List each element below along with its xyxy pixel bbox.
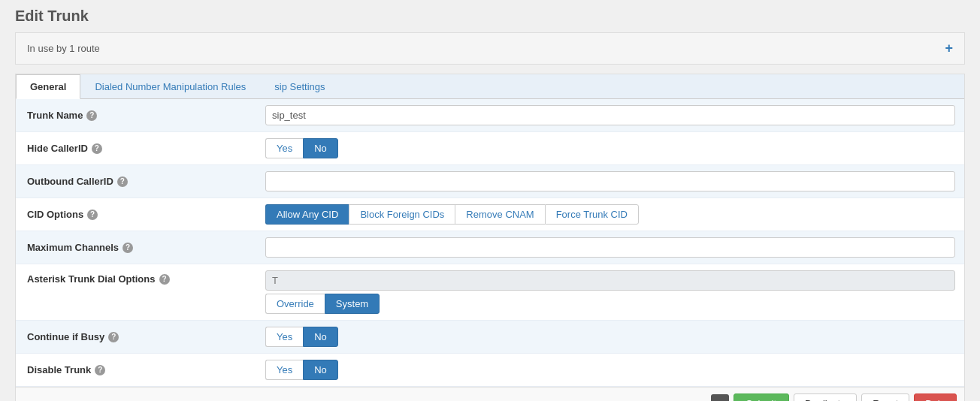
dial-options-input[interactable] — [265, 270, 955, 291]
hide-callerid-control: Yes No — [256, 132, 964, 164]
remove-cnam-button[interactable]: Remove CNAM — [455, 204, 544, 225]
disable-trunk-control: Yes No — [256, 354, 964, 386]
disable-trunk-label: Disable Trunk ? — [16, 357, 256, 383]
disable-trunk-yes-no: Yes No — [265, 360, 338, 380]
disable-trunk-row: Disable Trunk ? Yes No — [16, 354, 964, 387]
maximum-channels-row: Maximum Channels ? — [16, 231, 964, 264]
continue-if-busy-no-button[interactable]: No — [303, 327, 338, 347]
outbound-callerid-row: Outbound CallerID ? — [16, 165, 964, 198]
hide-callerid-row: Hide CallerID ? Yes No — [16, 132, 964, 165]
form-body: Trunk Name ? Hide CallerID ? Yes No — [16, 99, 964, 387]
disable-trunk-no-button[interactable]: No — [303, 360, 338, 380]
continue-if-busy-label: Continue if Busy ? — [16, 324, 256, 350]
tab-sip[interactable]: sip Settings — [260, 74, 339, 99]
tab-bar: General Dialed Number Manipulation Rules… — [16, 74, 964, 99]
expand-icon[interactable]: + — [945, 41, 953, 56]
disable-trunk-help-icon[interactable]: ? — [95, 365, 105, 375]
outbound-callerid-help-icon[interactable]: ? — [117, 176, 128, 187]
duplicate-button[interactable]: Duplicate — [794, 393, 857, 401]
hide-callerid-yes-no: Yes No — [265, 138, 338, 158]
system-button[interactable]: System — [325, 294, 380, 314]
continue-if-busy-control: Yes No — [256, 321, 964, 353]
tab-general[interactable]: General — [16, 74, 80, 99]
tab-dialed[interactable]: Dialed Number Manipulation Rules — [80, 74, 260, 99]
info-bar-text: In use by 1 route — [27, 43, 100, 54]
trunk-name-control — [256, 99, 964, 131]
expand-button[interactable]: » — [711, 394, 728, 401]
cid-options-control: Allow Any CID Block Foreign CIDs Remove … — [256, 198, 964, 231]
maximum-channels-label: Maximum Channels ? — [16, 234, 256, 261]
trunk-name-label: Trunk Name ? — [16, 102, 256, 128]
cid-options-label: CID Options ? — [16, 201, 256, 228]
dial-options-help-icon[interactable]: ? — [159, 274, 170, 285]
trunk-name-input[interactable] — [265, 105, 955, 125]
delete-button[interactable]: Dele — [914, 393, 957, 401]
page-title: Edit Trunk — [15, 8, 965, 25]
hide-callerid-no-button[interactable]: No — [303, 138, 338, 158]
hide-callerid-yes-button[interactable]: Yes — [265, 138, 303, 158]
maximum-channels-help-icon[interactable]: ? — [122, 243, 133, 253]
force-trunk-cid-button[interactable]: Force Trunk CID — [545, 204, 639, 225]
override-button[interactable]: Override — [265, 294, 325, 314]
info-bar: In use by 1 route + — [15, 32, 965, 65]
submit-button[interactable]: Submit — [733, 393, 789, 401]
maximum-channels-input[interactable] — [265, 237, 955, 258]
trunk-name-row: Trunk Name ? — [16, 99, 964, 132]
override-system-group: Override System — [265, 294, 955, 314]
main-panel: General Dialed Number Manipulation Rules… — [15, 74, 965, 401]
outbound-callerid-label: Outbound CallerID ? — [16, 168, 256, 194]
cid-options-group: Allow Any CID Block Foreign CIDs Remove … — [265, 204, 639, 225]
dial-options-label: Asterisk Trunk Dial Options ? — [16, 264, 256, 292]
continue-if-busy-yes-no: Yes No — [265, 327, 338, 347]
continue-if-busy-help-icon[interactable]: ? — [108, 332, 119, 342]
hide-callerid-label: Hide CallerID ? — [16, 135, 256, 161]
block-foreign-cids-button[interactable]: Block Foreign CIDs — [349, 204, 455, 225]
continue-if-busy-row: Continue if Busy ? Yes No — [16, 321, 964, 354]
disable-trunk-yes-button[interactable]: Yes — [265, 360, 303, 380]
cid-options-row: CID Options ? Allow Any CID Block Foreig… — [16, 198, 964, 231]
dial-options-row: Asterisk Trunk Dial Options ? Override S… — [16, 264, 964, 321]
reset-button[interactable]: Reset — [861, 393, 909, 401]
continue-if-busy-yes-button[interactable]: Yes — [265, 327, 303, 347]
action-bar: » Submit Duplicate Reset Dele — [16, 387, 964, 401]
hide-callerid-help-icon[interactable]: ? — [92, 143, 102, 154]
maximum-channels-control — [256, 231, 964, 264]
allow-any-cid-button[interactable]: Allow Any CID — [265, 204, 349, 225]
outbound-callerid-input[interactable] — [265, 171, 955, 191]
outbound-callerid-control — [256, 165, 964, 197]
dial-options-control: Override System — [256, 264, 964, 320]
cid-options-help-icon[interactable]: ? — [87, 210, 98, 220]
trunk-name-help-icon[interactable]: ? — [86, 110, 97, 121]
